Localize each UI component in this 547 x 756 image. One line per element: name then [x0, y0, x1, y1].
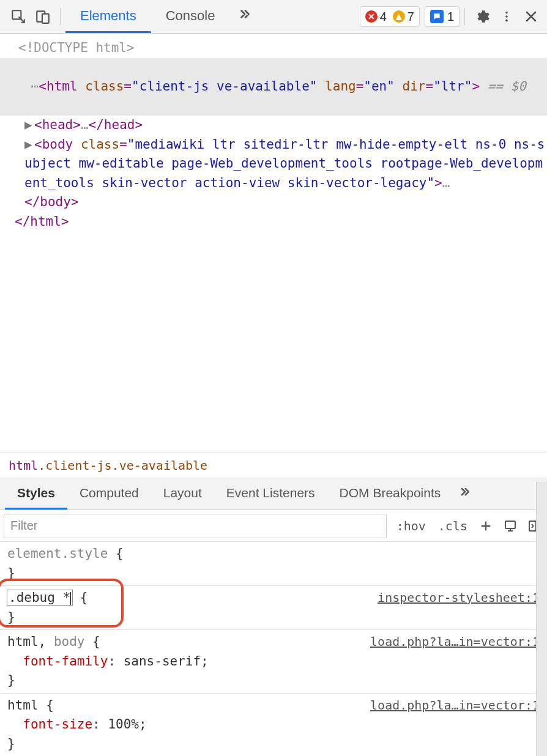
- tab-overflow[interactable]: [229, 0, 260, 33]
- kebab-menu-icon[interactable]: [494, 4, 519, 29]
- breadcrumb[interactable]: html.client-js.ve-available: [0, 453, 547, 478]
- stab-styles[interactable]: Styles: [5, 478, 67, 510]
- breadcrumb-tag[interactable]: html: [9, 458, 38, 473]
- new-style-rule-icon[interactable]: [474, 519, 498, 533]
- issues-badge[interactable]: 1: [425, 6, 460, 27]
- css-value[interactable]: 100%: [108, 717, 139, 732]
- dom-doctype[interactable]: <!DOCTYPE html>: [0, 39, 547, 58]
- inspect-element-icon[interactable]: [6, 4, 31, 29]
- computed-styles-icon[interactable]: [498, 519, 523, 533]
- rule-source-link[interactable]: load.php?la…in=vector:1: [370, 696, 540, 714]
- console-var-ref: == $0: [488, 79, 526, 94]
- tab-console[interactable]: Console: [151, 0, 230, 33]
- rule-source-link[interactable]: inspector-stylesheet:1: [378, 588, 540, 607]
- css-property[interactable]: font-size: [23, 717, 92, 732]
- devtools-toolbar: Elements Console ✕ 4 ▲ 7 1: [0, 0, 547, 34]
- styles-panel-tabs: Styles Computed Layout Event Listeners D…: [0, 478, 547, 510]
- panel-tabs: Elements Console: [65, 0, 260, 33]
- error-warning-badge[interactable]: ✕ 4 ▲ 7: [360, 6, 420, 27]
- svg-point-4: [505, 15, 508, 18]
- dom-html-element[interactable]: ⋯<html class="client-js ve-available" la…: [0, 58, 547, 116]
- warnings-badge: ▲ 7: [393, 10, 414, 24]
- css-property[interactable]: font-family: [23, 654, 108, 669]
- toolbar-divider: [60, 8, 61, 25]
- cls-toggle[interactable]: .cls: [432, 519, 474, 533]
- dom-body-element[interactable]: ▶<body class="mediawiki ltr sitedir-ltr …: [0, 135, 547, 212]
- breadcrumb-class[interactable]: .client-js: [38, 458, 111, 473]
- breadcrumb-class[interactable]: .ve-available: [112, 458, 208, 473]
- stab-overflow[interactable]: [453, 478, 477, 510]
- stab-dom-breakpoints[interactable]: DOM Breakpoints: [327, 478, 453, 510]
- ellipsis-icon: ⋯: [31, 79, 39, 94]
- tab-elements[interactable]: Elements: [65, 0, 151, 33]
- rule-selector[interactable]: html: [7, 698, 39, 713]
- stab-event-listeners[interactable]: Event Listeners: [214, 478, 327, 510]
- error-icon: ✕: [365, 10, 378, 23]
- chevron-double-right-icon: [459, 486, 471, 501]
- settings-gear-icon[interactable]: [470, 4, 494, 29]
- rule-source-link[interactable]: load.php?la…in=vector:1: [370, 632, 540, 651]
- style-rule-html-body[interactable]: html, body { load.php?la…in=vector:1 fon…: [0, 630, 547, 694]
- issues-count: 1: [447, 10, 454, 24]
- filter-placeholder: Filter: [10, 519, 37, 533]
- stab-layout[interactable]: Layout: [151, 478, 214, 510]
- chevron-double-right-icon: [238, 7, 251, 24]
- dom-html-close[interactable]: </html>: [0, 212, 547, 232]
- rule-selector-editing[interactable]: .debug *: [7, 590, 72, 605]
- css-value[interactable]: sans-serif: [124, 654, 201, 669]
- warnings-count: 7: [407, 10, 414, 24]
- issue-icon: [430, 10, 444, 23]
- close-icon[interactable]: [519, 4, 543, 29]
- expand-triangle-icon[interactable]: ▶: [24, 135, 34, 155]
- scrollbar[interactable]: [536, 482, 547, 756]
- svg-rect-2: [42, 14, 49, 23]
- toolbar-divider: [464, 8, 465, 25]
- hov-toggle[interactable]: :hov: [390, 519, 432, 533]
- style-rule-debug[interactable]: .debug * { inspector-stylesheet:1 }: [0, 586, 547, 630]
- svg-point-5: [505, 20, 508, 22]
- svg-rect-6: [505, 521, 515, 528]
- expand-triangle-icon[interactable]: ▶: [24, 116, 34, 135]
- errors-badge: ✕ 4: [365, 10, 387, 24]
- warning-icon: ▲: [393, 10, 405, 23]
- rule-selector[interactable]: element.style: [7, 546, 108, 561]
- style-rule-html[interactable]: html { load.php?la…in=vector:1 font-size…: [0, 694, 547, 757]
- svg-point-3: [505, 12, 508, 14]
- rule-selector[interactable]: html, body: [7, 634, 84, 649]
- stab-computed[interactable]: Computed: [67, 478, 151, 510]
- dom-tree[interactable]: <!DOCTYPE html> ⋯<html class="client-js …: [0, 34, 547, 453]
- dom-head-element[interactable]: ▶<head>…</head>: [0, 116, 547, 135]
- errors-count: 4: [380, 10, 387, 24]
- styles-filter-row: Filter :hov .cls: [0, 510, 547, 542]
- styles-filter-input[interactable]: Filter: [4, 514, 387, 538]
- styles-rules: element.style {} .debug * { inspector-st…: [0, 542, 547, 756]
- style-rule-element[interactable]: element.style {}: [0, 542, 547, 586]
- device-toggle-icon[interactable]: [31, 4, 55, 29]
